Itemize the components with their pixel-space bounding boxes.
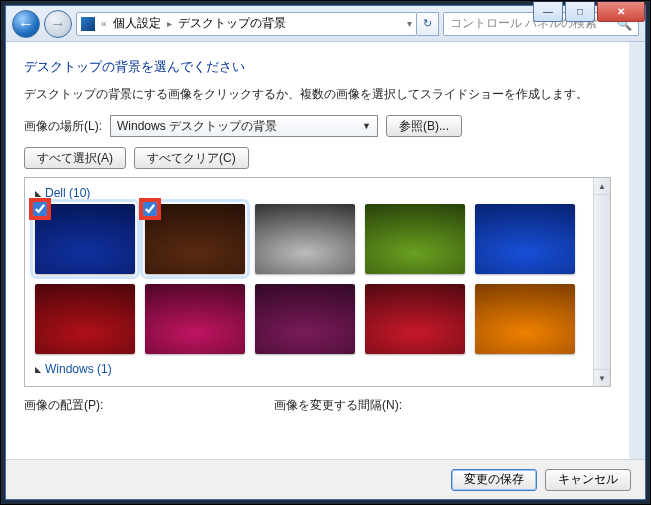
forward-button[interactable]: → <box>44 10 72 38</box>
thumbnail-grid <box>35 204 583 354</box>
close-button[interactable]: ✕ <box>597 2 645 22</box>
save-button[interactable]: 変更の保存 <box>451 469 537 491</box>
location-select-value: Windows デスクトップの背景 <box>117 118 277 135</box>
thumb-checkbox[interactable] <box>143 202 157 216</box>
thumb-checkbox-wrap <box>139 198 161 220</box>
breadcrumb-item-personalization[interactable]: 個人設定 <box>113 15 161 32</box>
dialog-footer: 変更の保存 キャンセル <box>6 459 645 499</box>
location-label: 画像の場所(L): <box>24 118 102 135</box>
thumb-checkbox-wrap <box>29 198 51 220</box>
wallpaper-thumb-dell-blue[interactable] <box>35 204 135 274</box>
group-header-windows-label: Windows (1) <box>45 362 112 376</box>
position-label: 画像の配置(P): <box>24 397 274 414</box>
breadcrumb-item-desktop-background[interactable]: デスクトップの背景 <box>178 15 286 32</box>
wallpaper-thumb-dell-green[interactable] <box>365 204 465 274</box>
back-button[interactable]: ← <box>12 10 40 38</box>
wallpaper-thumb-dell-red[interactable] <box>35 284 135 354</box>
breadcrumb[interactable]: « 個人設定 ▸ デスクトップの背景 ▾ <box>76 12 417 36</box>
interval-label: 画像を変更する間隔(N): <box>274 397 402 414</box>
back-arrow-icon: ← <box>18 15 34 33</box>
wallpaper-list-panel: ◣ Dell (10) ◣ Windows (1) ▲ ▼ <box>24 177 611 387</box>
clear-all-button[interactable]: すべてクリア(C) <box>134 147 249 169</box>
window-caption-buttons: — □ ✕ <box>533 2 645 22</box>
minimize-button[interactable]: — <box>533 2 563 22</box>
thumb-checkbox[interactable] <box>33 202 47 216</box>
wallpaper-thumb-dell-purple[interactable] <box>255 284 355 354</box>
page-subtext: デスクトップの背景にする画像をクリックするか、複数の画像を選択してスライドショー… <box>24 86 611 103</box>
group-header-windows[interactable]: ◣ Windows (1) <box>35 362 583 376</box>
breadcrumb-dropdown-icon[interactable]: ▾ <box>407 18 412 29</box>
chevron-down-icon: ▼ <box>362 121 371 131</box>
refresh-button[interactable]: ↻ <box>417 12 439 36</box>
wallpaper-thumb-dell-magenta[interactable] <box>145 284 245 354</box>
disclosure-triangle-icon: ◣ <box>35 189 41 198</box>
wallpaper-thumb-dell-orange[interactable] <box>475 284 575 354</box>
forward-arrow-icon: → <box>50 15 66 33</box>
browse-button[interactable]: 参照(B)... <box>386 115 462 137</box>
cancel-button[interactable]: キャンセル <box>545 469 631 491</box>
select-all-button[interactable]: すべて選択(A) <box>24 147 126 169</box>
scroll-up-arrow-icon[interactable]: ▲ <box>594 178 610 195</box>
disclosure-triangle-icon: ◣ <box>35 365 41 374</box>
window-right-edge <box>629 42 645 459</box>
wallpaper-thumb-dell-royal[interactable] <box>475 204 575 274</box>
breadcrumb-prefix: « <box>101 18 107 29</box>
group-header-dell[interactable]: ◣ Dell (10) <box>35 186 583 200</box>
wallpaper-thumb-dell-crimson[interactable] <box>365 284 465 354</box>
chevron-icon: ▸ <box>167 18 172 29</box>
location-select[interactable]: Windows デスクトップの背景 ▼ <box>110 115 378 137</box>
wallpaper-thumb-dell-brown[interactable] <box>145 204 245 274</box>
vertical-scrollbar[interactable]: ▲ ▼ <box>593 178 610 386</box>
group-header-dell-label: Dell (10) <box>45 186 90 200</box>
control-panel-icon <box>81 17 95 31</box>
scroll-down-arrow-icon[interactable]: ▼ <box>594 369 610 386</box>
page-title: デスクトップの背景を選んでください <box>24 58 611 76</box>
maximize-button[interactable]: □ <box>565 2 595 22</box>
wallpaper-thumb-dell-silver[interactable] <box>255 204 355 274</box>
